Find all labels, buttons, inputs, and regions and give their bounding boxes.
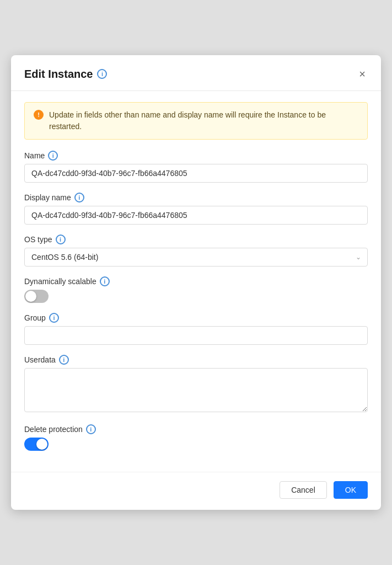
userdata-field-group: Userdata i bbox=[24, 355, 368, 414]
group-label: Group i bbox=[24, 313, 368, 323]
group-field-group: Group i bbox=[24, 313, 368, 345]
cancel-button[interactable]: Cancel bbox=[280, 481, 327, 499]
dynamically-scalable-toggle-track bbox=[24, 290, 49, 303]
display-name-info-icon[interactable]: i bbox=[74, 193, 84, 202]
name-label: Name i bbox=[24, 151, 368, 161]
dynamically-scalable-toggle-wrapper bbox=[24, 290, 368, 303]
delete-protection-toggle-label[interactable] bbox=[24, 438, 49, 451]
userdata-info-icon[interactable]: i bbox=[59, 355, 69, 365]
title-info-icon[interactable]: i bbox=[97, 69, 107, 79]
modal-title-area: Edit Instance i bbox=[24, 68, 107, 81]
warning-icon: ! bbox=[34, 110, 44, 120]
name-info-icon[interactable]: i bbox=[48, 151, 58, 161]
delete-protection-label: Delete protection i bbox=[24, 424, 368, 434]
dynamically-scalable-info-icon[interactable]: i bbox=[100, 276, 110, 286]
dynamically-scalable-toggle-thumb bbox=[25, 291, 36, 302]
delete-protection-toggle-thumb bbox=[36, 439, 47, 450]
delete-protection-field-group: Delete protection i bbox=[24, 424, 368, 451]
os-type-info-icon[interactable]: i bbox=[56, 234, 66, 244]
os-type-field-group: OS type i CentOS 5.6 (64-bit) CentOS 7 (… bbox=[24, 234, 368, 266]
dynamically-scalable-label: Dynamically scalable i bbox=[24, 276, 368, 286]
delete-protection-toggle-track bbox=[24, 438, 49, 451]
warning-banner: ! Update in fields other than name and d… bbox=[24, 102, 368, 140]
delete-protection-toggle-wrapper bbox=[24, 438, 368, 451]
display-name-field-group: Display name i bbox=[24, 193, 368, 225]
name-field-group: Name i bbox=[24, 151, 368, 183]
name-input[interactable] bbox=[24, 164, 368, 183]
ok-button[interactable]: OK bbox=[334, 481, 368, 499]
dynamically-scalable-toggle-label[interactable] bbox=[24, 290, 49, 303]
modal-overlay: Edit Instance i × ! Update in fields oth… bbox=[0, 0, 392, 565]
userdata-label: Userdata i bbox=[24, 355, 368, 365]
display-name-input[interactable] bbox=[24, 206, 368, 225]
modal-footer: Cancel OK bbox=[11, 472, 381, 510]
display-name-label: Display name i bbox=[24, 193, 368, 202]
modal-title: Edit Instance bbox=[24, 68, 93, 81]
dynamically-scalable-field-group: Dynamically scalable i bbox=[24, 276, 368, 303]
delete-protection-info-icon[interactable]: i bbox=[86, 424, 96, 434]
modal-body: ! Update in fields other than name and d… bbox=[11, 91, 381, 472]
modal-header: Edit Instance i × bbox=[11, 55, 381, 91]
group-info-icon[interactable]: i bbox=[49, 313, 59, 323]
close-button[interactable]: × bbox=[357, 66, 368, 82]
userdata-textarea[interactable] bbox=[24, 368, 368, 412]
os-type-select[interactable]: CentOS 5.6 (64-bit) CentOS 7 (64-bit) Ub… bbox=[24, 248, 368, 266]
warning-text: Update in fields other than name and dis… bbox=[49, 109, 358, 132]
group-input[interactable] bbox=[24, 326, 368, 345]
os-type-select-wrapper: CentOS 5.6 (64-bit) CentOS 7 (64-bit) Ub… bbox=[24, 248, 368, 266]
os-type-label: OS type i bbox=[24, 234, 368, 244]
edit-instance-modal: Edit Instance i × ! Update in fields oth… bbox=[11, 55, 381, 510]
